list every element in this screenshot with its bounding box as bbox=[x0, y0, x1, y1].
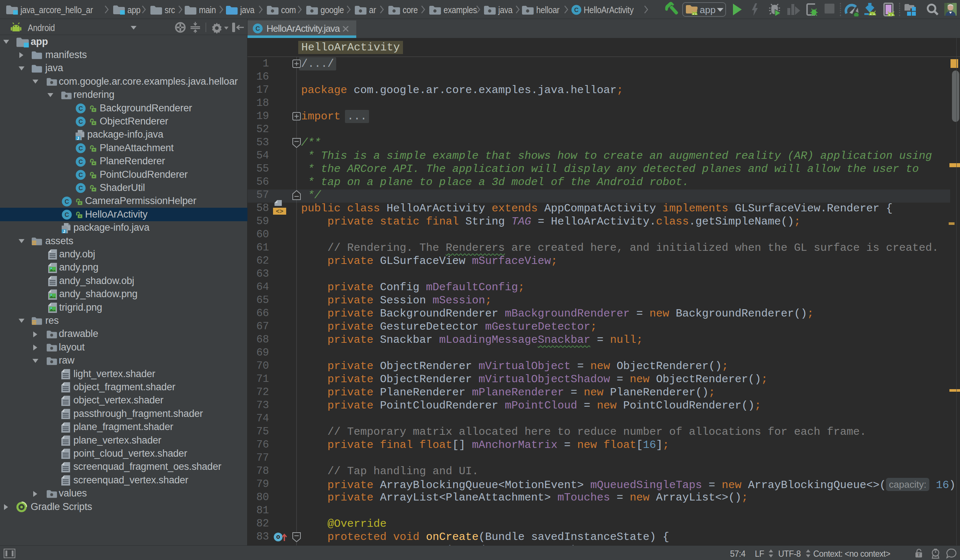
svg-text:C: C bbox=[78, 158, 83, 165]
svg-text:C: C bbox=[78, 185, 83, 192]
svg-text:C: C bbox=[65, 198, 69, 205]
svg-text:C: C bbox=[78, 171, 83, 179]
svg-text:J: J bbox=[63, 229, 65, 233]
svg-text:C: C bbox=[256, 25, 260, 32]
svg-text:J: J bbox=[77, 136, 79, 140]
svg-text:C: C bbox=[78, 118, 83, 125]
svg-text:<>: <> bbox=[276, 208, 283, 215]
svg-text:T: T bbox=[918, 553, 920, 557]
svg-text:C: C bbox=[65, 211, 69, 218]
svg-text:C: C bbox=[574, 6, 579, 13]
svg-text:C: C bbox=[78, 105, 83, 112]
svg-text:C: C bbox=[78, 145, 83, 152]
